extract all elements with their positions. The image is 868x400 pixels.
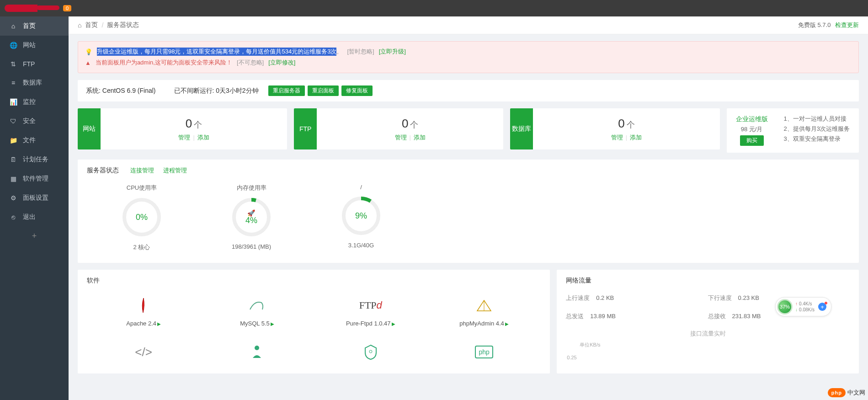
network-panel: 网络流量 上行速度0.2 KB 下行速度0.23 KB 总发送13.89 MB … xyxy=(557,270,859,373)
topbar-scribble xyxy=(5,5,59,12)
gauge-percent: 9% xyxy=(355,211,367,221)
sidebar-item-logout[interactable]: ⎋退出 xyxy=(0,208,69,227)
add-link[interactable]: 添加 xyxy=(197,134,209,141)
sidebar-item-security[interactable]: 🛡安全 xyxy=(0,112,69,131)
stat-row: 网站 0个 管理|添加 FTP 0个 管理|添加 数据库 xyxy=(78,108,859,153)
float-speed-widget[interactable]: 37% 0.4K/s 0.08K/s + xyxy=(775,297,831,316)
stat-unit: 个 xyxy=(627,120,635,129)
restart-server-button[interactable]: 重启服务器 xyxy=(268,85,305,96)
software-title: 软件 xyxy=(87,277,541,285)
software-item-mysql[interactable]: MySQL 5.5▶ xyxy=(200,296,314,327)
sidebar-item-ftp[interactable]: ⇅FTP xyxy=(0,55,69,73)
sidebar-item-label: 数据库 xyxy=(23,79,42,87)
sidebar-item-software[interactable]: ▦软件管理 xyxy=(0,169,69,188)
sidebar-add[interactable]: + xyxy=(0,227,69,245)
stat-card-ftp: FTP 0个 管理|添加 xyxy=(294,108,503,149)
software-item-phpmyadmin[interactable]: phpMyAdmin 4.4▶ xyxy=(427,296,541,327)
alert-noignore-link[interactable]: [不可忽略] xyxy=(237,59,264,67)
sidebar-item-label: FTP xyxy=(23,60,35,68)
traffic-chart: 0.25 xyxy=(580,350,850,364)
breadcrumb-separator: / xyxy=(101,21,103,29)
network-title: 网络流量 xyxy=(566,277,850,285)
manage-link[interactable]: 管理 xyxy=(178,134,190,141)
alert-upgrade-tail: 。 xyxy=(336,48,342,56)
sidebar-item-label: 文件 xyxy=(23,136,36,144)
brand-text: 中文网 xyxy=(847,389,865,397)
shield-icon: 🛡 xyxy=(9,117,17,125)
alert-row-upgrade: 💡 升级企业运维版，每月只需98元，送双重安全隔离登录，每月送价值共534元的运… xyxy=(85,46,852,57)
restart-panel-button[interactable]: 重启面板 xyxy=(308,85,339,96)
total-recv-label: 总接收 xyxy=(708,313,726,320)
person-icon xyxy=(200,343,314,361)
code-icon: </> xyxy=(87,343,200,361)
software-item-placeholder[interactable] xyxy=(314,343,427,367)
play-icon: ▶ xyxy=(392,321,395,326)
alert-row-admin: ▲ 当前面板用户为admin,这可能为面板安全带来风险！ [不可忽略] [立即修… xyxy=(85,57,852,68)
software-item-apache[interactable]: Apache 2.4▶ xyxy=(87,296,200,327)
promo-line: 1、一对一运维人员对接 xyxy=(784,114,850,124)
os-info: 系统: CentOS 6.9 (Final) xyxy=(86,87,156,95)
breadcrumb-current: 服务器状态 xyxy=(107,21,139,29)
manage-link[interactable]: 管理 xyxy=(395,134,407,141)
stat-card-site: 网站 0个 管理|添加 xyxy=(78,108,287,149)
software-item-placeholder[interactable] xyxy=(200,343,314,367)
grid-icon: ▦ xyxy=(9,175,17,182)
sidebar-item-home[interactable]: ⌂首页 xyxy=(0,16,69,36)
conn-manage-link[interactable]: 连接管理 xyxy=(130,166,154,175)
sidebar-item-site[interactable]: 🌐网站 xyxy=(0,36,69,55)
status-panel: 服务器状态 连接管理 进程管理 CPU使用率 0% 2 核心 内存使用率 xyxy=(78,160,859,263)
gauge-sub: 3.1G/40G xyxy=(306,242,416,249)
gauge-disk: / 9% 3.1G/40G xyxy=(306,184,416,251)
stat-tag: 网站 xyxy=(78,108,101,149)
manage-link[interactable]: 管理 xyxy=(611,134,623,141)
software-item-pureftpd[interactable]: FTPd Pure-Ftpd 1.0.47▶ xyxy=(314,296,427,327)
gauge-label: CPU使用率 xyxy=(87,184,197,192)
alert-fix-link[interactable]: [立即修改] xyxy=(268,59,295,67)
warning-icon: ▲ xyxy=(85,59,91,66)
apache-icon xyxy=(87,296,200,315)
topbar-badge[interactable]: 0 xyxy=(63,5,71,11)
alert-upgrade-link[interactable]: [立即升级] xyxy=(379,48,406,56)
play-icon: ▶ xyxy=(157,321,161,326)
gauge-sub: 198/3961 (MB) xyxy=(197,243,306,250)
sidebar-item-settings[interactable]: ⚙面板设置 xyxy=(0,188,69,208)
total-sent-value: 13.89 MB xyxy=(590,313,616,320)
play-icon: ▶ xyxy=(271,321,274,326)
sidebar-item-label: 退出 xyxy=(23,213,36,221)
topbar: 0 xyxy=(0,0,868,16)
gauge-percent[interactable]: 🚀4% xyxy=(245,209,257,225)
breadcrumb-home[interactable]: 首页 xyxy=(85,21,98,29)
monitor-icon: 📊 xyxy=(9,98,17,106)
buy-button[interactable]: 购买 xyxy=(740,135,764,146)
brand-badge[interactable]: php 中文网 xyxy=(828,388,865,397)
status-title: 服务器状态 xyxy=(87,166,119,175)
add-link[interactable]: 添加 xyxy=(414,134,426,141)
gauge-sub: 2 核心 xyxy=(87,243,197,251)
sidebar-item-cron[interactable]: 🗓计划任务 xyxy=(0,150,69,169)
widget-up-speed: 0.4K/s xyxy=(795,301,815,307)
check-update-link[interactable]: 检查更新 xyxy=(835,21,859,28)
ftpd-icon: FTPd xyxy=(314,296,427,315)
add-link[interactable]: 添加 xyxy=(630,134,642,141)
sidebar-item-files[interactable]: 📁文件 xyxy=(0,131,69,150)
proc-manage-link[interactable]: 进程管理 xyxy=(163,166,187,175)
sidebar-item-label: 面板设置 xyxy=(23,194,48,202)
widget-plus-button[interactable]: + xyxy=(818,303,826,311)
software-panel: 软件 Apache 2.4▶ MySQL 5.5▶ FTPd Pure-Ft xyxy=(78,270,550,373)
alert-admin-text: 当前面板用户为admin,这可能为面板安全带来风险！ xyxy=(96,59,232,67)
software-item-placeholder[interactable]: php xyxy=(427,343,541,367)
repair-panel-button[interactable]: 修复面板 xyxy=(341,85,373,96)
sidebar-item-monitor[interactable]: 📊监控 xyxy=(0,92,69,112)
home-icon: ⌂ xyxy=(78,21,81,29)
chart-ylabel: 单位KB/s xyxy=(580,341,850,348)
mysql-icon xyxy=(200,296,314,315)
sidebar-item-label: 计划任务 xyxy=(23,155,48,164)
chart-title: 接口流量实时 xyxy=(566,330,850,338)
promo-price: 98 元/月 xyxy=(736,125,768,133)
sidebar-item-label: 软件管理 xyxy=(23,175,48,183)
brand-logo: php xyxy=(828,388,846,397)
alert-ignore-link[interactable]: [暂时忽略] xyxy=(347,48,374,56)
stat-unit: 个 xyxy=(410,120,418,129)
software-item-placeholder[interactable]: </> xyxy=(87,343,200,367)
sidebar-item-database[interactable]: ≡数据库 xyxy=(0,73,69,92)
